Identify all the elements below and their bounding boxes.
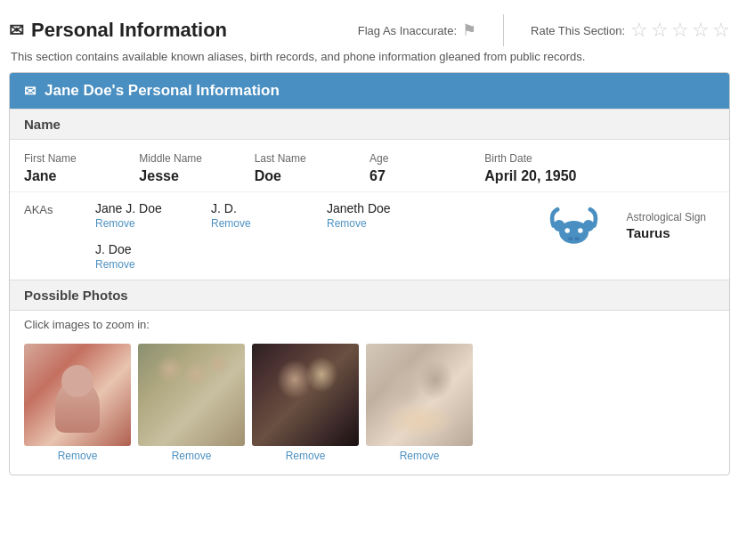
photo-item-1: Remove: [138, 344, 245, 462]
card-header: ✉ Jane Doe's Personal Information: [10, 73, 729, 109]
photo-item-3: Remove: [366, 344, 473, 462]
aka-item-0: Jane J. Doe Remove: [95, 201, 202, 230]
star-5[interactable]: ☆: [712, 19, 730, 42]
page-title: Personal Information: [31, 19, 227, 42]
akas-label: AKAs: [24, 201, 95, 216]
astro-section: Astrological Sign Taurus: [627, 211, 706, 240]
last-name-field: Last Name Doe: [255, 152, 370, 184]
photos-section-label: Possible Photos: [10, 280, 729, 311]
photo-item-2: Remove: [252, 344, 359, 462]
astro-sign-value: Taurus: [627, 225, 706, 240]
remove-photo-3[interactable]: Remove: [400, 450, 440, 462]
age-label: Age: [370, 152, 484, 165]
middle-name-value: Jesse: [139, 168, 254, 184]
astro-sign-label: Astrological Sign: [627, 211, 706, 223]
svg-point-4: [578, 228, 583, 233]
remove-aka-3[interactable]: Remove: [95, 258, 202, 271]
remove-photo-0[interactable]: Remove: [58, 450, 98, 462]
remove-photo-2[interactable]: Remove: [286, 450, 326, 462]
card-header-title: Jane Doe's Personal Information: [45, 82, 280, 100]
envelope-icon: ✉: [9, 20, 24, 41]
last-name-label: Last Name: [255, 152, 370, 165]
name-section-label: Name: [10, 109, 729, 140]
photo-2[interactable]: [252, 344, 359, 446]
flag-section: Flag As Inaccurate: ⚑: [358, 20, 476, 40]
taurus-symbol: [549, 201, 598, 250]
aka-name-2: Janeth Doe: [327, 201, 434, 215]
remove-photo-1[interactable]: Remove: [172, 450, 212, 462]
last-name-value: Doe: [255, 168, 370, 184]
birth-date-value: April 20, 1950: [484, 168, 715, 184]
photo-0[interactable]: [24, 344, 131, 446]
photo-3[interactable]: [366, 344, 473, 446]
first-name-field: First Name Jane: [24, 152, 139, 184]
aka-item-3: J. Doe Remove: [95, 242, 202, 271]
middle-name-field: Middle Name Jesse: [139, 152, 254, 184]
aka-item-2: Janeth Doe Remove: [327, 201, 434, 230]
page-wrapper: ✉ Personal Information Flag As Inaccurat…: [0, 0, 739, 483]
flag-icon[interactable]: ⚑: [462, 20, 476, 40]
first-name-label: First Name: [24, 152, 139, 165]
divider: [503, 14, 504, 46]
remove-aka-1[interactable]: Remove: [211, 217, 318, 230]
star-1[interactable]: ☆: [630, 19, 648, 42]
header-actions: Flag As Inaccurate: ⚑ Rate This Section:…: [358, 14, 730, 46]
svg-point-3: [564, 228, 570, 233]
first-name-value: Jane: [24, 168, 139, 184]
age-value: 67: [370, 168, 484, 184]
birth-date-field: Birth Date April 20, 1950: [484, 152, 715, 184]
middle-name-label: Middle Name: [139, 152, 254, 165]
age-field: Age 67: [370, 152, 484, 184]
remove-aka-2[interactable]: Remove: [327, 217, 434, 230]
akas-right: Jane J. Doe Remove J. D. Remove Janeth D…: [95, 201, 715, 271]
section-subtitle: This section contains available known al…: [9, 50, 730, 63]
flag-label: Flag As Inaccurate:: [358, 24, 457, 37]
star-rating[interactable]: ☆ ☆ ☆ ☆ ☆: [630, 19, 730, 42]
name-fields-row: First Name Jane Middle Name Jesse Last N…: [10, 140, 729, 191]
aka-name-3: J. Doe: [95, 242, 202, 256]
star-2[interactable]: ☆: [651, 19, 669, 42]
aka-item-1: J. D. Remove: [211, 201, 318, 230]
photo-item-0: Remove: [24, 344, 131, 462]
photos-instruction: Click images to zoom in:: [10, 311, 729, 338]
svg-point-5: [568, 237, 573, 240]
birth-date-label: Birth Date: [484, 152, 715, 165]
svg-point-6: [574, 237, 580, 240]
personal-info-card: ✉ Jane Doe's Personal Information Name F…: [9, 72, 730, 475]
akas-row: AKAs Jane J. Doe Remove J. D. Remove: [10, 191, 729, 280]
photos-grid: Remove Remove Remove Remove: [10, 338, 729, 475]
card-envelope-icon: ✉: [24, 83, 36, 100]
rate-section: Rate This Section: ☆ ☆ ☆ ☆ ☆: [531, 19, 730, 42]
aka-name-0: Jane J. Doe: [95, 201, 202, 215]
star-4[interactable]: ☆: [692, 19, 710, 42]
rate-label: Rate This Section:: [531, 24, 625, 37]
taurus-icon: [549, 201, 598, 250]
photo-1[interactable]: [138, 344, 245, 446]
section-title: ✉ Personal Information: [9, 19, 227, 42]
remove-aka-0[interactable]: Remove: [95, 217, 202, 230]
aka-name-1: J. D.: [211, 201, 318, 215]
section-header: ✉ Personal Information Flag As Inaccurat…: [9, 7, 730, 50]
star-3[interactable]: ☆: [671, 19, 689, 42]
